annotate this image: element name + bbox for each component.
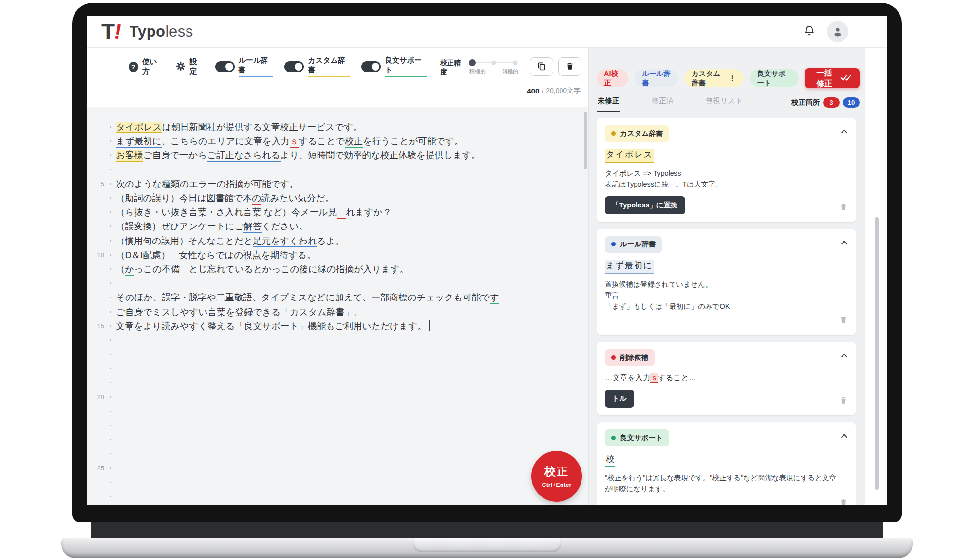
filter-chip-rule[interactable]: ルール辞書: [635, 69, 678, 87]
toggle-switch[interactable]: [284, 61, 304, 72]
card-target-text[interactable]: タイポレス: [605, 149, 654, 163]
editor-line[interactable]: [87, 361, 588, 375]
editor-line[interactable]: [87, 347, 588, 361]
filter-chip-good[interactable]: 良文サポート: [750, 69, 799, 87]
bell-icon[interactable]: [804, 25, 815, 38]
editor-line[interactable]: そのほか、誤字・脱字や二重敬語、タイプミスなどに加えて、一部商標のチェックも可能…: [87, 290, 588, 304]
proofread-button[interactable]: 校正 Ctrl+Enter: [531, 451, 582, 502]
highlighted-text[interactable]: か: [125, 264, 134, 276]
editor-line[interactable]: [87, 447, 588, 461]
highlighted-text[interactable]: の: [252, 193, 261, 205]
text-editor[interactable]: タイポレスは朝日新聞社が提供する文章校正サービスです。まず最初に、こちらのエリア…: [87, 107, 588, 505]
slider-knob[interactable]: [469, 59, 476, 66]
accuracy-slider[interactable]: 積極的 消極的: [469, 57, 518, 76]
highlighted-text[interactable]: す: [490, 292, 499, 304]
editor-line[interactable]: タイポレスは朝日新聞社が提供する文章校正サービスです。: [87, 120, 588, 134]
editor-line[interactable]: [87, 163, 588, 177]
dismiss-trash-icon[interactable]: [839, 395, 848, 407]
kebab-menu-icon[interactable]: ⋮: [729, 75, 736, 82]
card-category-chip: 良文サポート: [605, 429, 669, 446]
editor-line[interactable]: [87, 432, 588, 447]
line-marker-dot: [104, 411, 116, 412]
toggle-switch[interactable]: [215, 61, 235, 72]
highlighted-text[interactable]: まず最初に: [116, 136, 162, 148]
highlighted-text[interactable]: タイポレス: [116, 122, 162, 133]
editor-line[interactable]: （ら抜き・い抜き言葉・さ入れ言葉 など）今メール見 れますか？: [87, 205, 588, 219]
toggle-good-sentence: 良文サポート: [361, 56, 427, 77]
editor-line[interactable]: [87, 333, 588, 347]
suggestion-cards: カスタム辞書タイポレスタイポレス => Typoless表記はTypolessに…: [597, 118, 856, 505]
user-avatar-icon[interactable]: [827, 21, 848, 42]
chevron-up-icon[interactable]: [840, 128, 848, 138]
editor-toolbar: ? 使い方: [87, 48, 588, 86]
highlighted-text[interactable]: ご訂正なさられる: [207, 150, 281, 162]
accuracy-left-label: 積極的: [469, 68, 486, 75]
chevron-up-icon[interactable]: [840, 352, 848, 362]
line-marker-dot: [104, 382, 116, 383]
editor-line[interactable]: まず最初に、こちらのエリアに文章を入力ｓすることで校正を行うことが可能です。: [87, 134, 588, 148]
line-number: 5: [87, 180, 104, 187]
editor-line[interactable]: 10（D＆I配慮） 女性ならではの視点を期待する。: [87, 248, 588, 262]
chevron-up-icon[interactable]: [840, 239, 848, 249]
editor-line[interactable]: （助詞の誤り）今日は図書館で本の読みたい気分だ。: [87, 191, 588, 205]
toggle-switch[interactable]: [361, 61, 381, 72]
editor-line[interactable]: [87, 375, 588, 390]
bulk-fix-button[interactable]: 一括修正: [805, 68, 860, 88]
accuracy-label: 校正精度: [440, 59, 465, 76]
editor-line[interactable]: （誤変換）ぜひアンケートにご解答ください。: [87, 219, 588, 233]
editor-line[interactable]: [87, 489, 588, 504]
card-target-text[interactable]: 校: [605, 453, 615, 467]
tab-unfixed[interactable]: 未修正: [597, 96, 620, 112]
clear-text-button[interactable]: [558, 57, 581, 76]
apply-fix-button[interactable]: 「Typoless」に置換: [605, 196, 685, 214]
chevron-up-icon[interactable]: [840, 432, 848, 442]
line-marker-dot: [104, 453, 116, 454]
editor-line[interactable]: ご自身でミスしやすい言葉を登録できる「カスタム辞書」、: [87, 304, 588, 318]
dismiss-trash-icon[interactable]: [839, 202, 848, 213]
dismiss-trash-icon[interactable]: [839, 315, 848, 326]
apply-fix-button[interactable]: トル: [605, 390, 634, 408]
editor-line[interactable]: 15文章をより読みやすく整える「良文サポート」機能もご利用いただけます。: [87, 319, 588, 333]
card-description-line: タイポレス => Typoless: [605, 168, 842, 179]
highlighted-text[interactable]: 解答: [244, 221, 262, 233]
highlighted-text[interactable]: 校正: [345, 136, 363, 148]
line-marker-dot: [104, 325, 116, 327]
sidebar-scrollbar[interactable]: [875, 217, 879, 490]
question-icon: ?: [129, 62, 138, 72]
tab-ignored[interactable]: 無視リスト: [705, 96, 744, 112]
editor-line[interactable]: [87, 418, 588, 432]
editor-line[interactable]: [87, 475, 588, 489]
editor-line[interactable]: [87, 276, 588, 290]
editor-scrollbar[interactable]: [584, 112, 587, 169]
editor-line[interactable]: 20: [87, 390, 588, 404]
char-count-max: 20,000文字: [546, 87, 581, 95]
tab-fixed[interactable]: 修正済: [651, 96, 674, 112]
highlighted-text[interactable]: お客様: [116, 150, 143, 162]
editor-line[interactable]: 25: [87, 461, 588, 475]
highlighted-text[interactable]: ｓ: [290, 136, 299, 148]
card-target-text[interactable]: まず最初に: [605, 260, 654, 274]
category-dot-icon: [611, 436, 616, 440]
editor-line[interactable]: [87, 504, 588, 505]
highlighted-text[interactable]: 足元をすくわれ: [253, 236, 317, 247]
editor-line[interactable]: 5次のような種類のエラーの指摘が可能です。: [87, 177, 588, 191]
suggestion-card-rule: ルール辞書まず最初に置換候補は登録されていません。重言「まず」もしくは「最初に」…: [597, 229, 856, 335]
copy-button[interactable]: [530, 57, 553, 76]
line-marker-dot: [104, 169, 116, 170]
plain-text: 次のような種類のエラーの指摘が可能です。: [116, 179, 299, 189]
plain-text: るよ。: [317, 236, 344, 246]
highlighted-text[interactable]: [337, 207, 346, 219]
card-category-label: ルール辞書: [620, 240, 656, 249]
filter-chip-custom[interactable]: カスタム辞書⋮: [684, 69, 744, 87]
highlighted-text[interactable]: 女性ならでは: [179, 250, 234, 261]
dismiss-trash-icon[interactable]: [839, 498, 848, 505]
trash-icon: [565, 61, 574, 73]
settings-button[interactable]: 設定: [175, 57, 204, 76]
editor-line[interactable]: （かっこの不備 とじ忘れているとかっこの後に緑の指摘が入ります。: [87, 262, 588, 276]
accuracy-control: 校正精度 積極的 消極的: [440, 57, 518, 76]
filter-chip-ai[interactable]: AI校正: [597, 69, 628, 87]
editor-line[interactable]: [87, 404, 588, 418]
editor-line[interactable]: （慣用句の誤用）そんなことだと足元をすくわれるよ。: [87, 234, 588, 248]
editor-line[interactable]: お客様ご自身で一からご訂正なさられるより、短時間で効率的な校正体験を提供します。: [87, 148, 588, 162]
help-button[interactable]: ? 使い方: [129, 57, 164, 76]
